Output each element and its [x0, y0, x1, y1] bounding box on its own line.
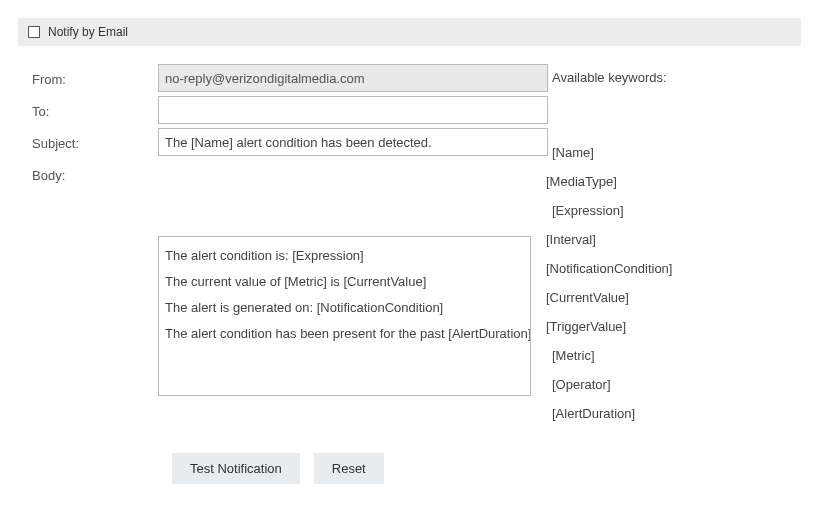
from-label: From:: [32, 70, 158, 102]
body-label: Body:: [32, 166, 158, 198]
body-line: The alert condition is: [Expression]: [165, 243, 524, 269]
subject-field[interactable]: The [Name] alert condition has been dete…: [158, 128, 548, 156]
keyword-item: [AlertDuration]: [552, 406, 672, 421]
test-notification-button[interactable]: Test Notification: [172, 453, 300, 484]
keyword-item: [MediaType]: [546, 174, 672, 189]
subject-value: The [Name] alert condition has been dete…: [165, 135, 432, 150]
notify-email-label: Notify by Email: [48, 25, 128, 39]
to-field[interactable]: [158, 96, 548, 124]
keyword-item: [Name]: [552, 145, 672, 160]
notify-header: Notify by Email: [18, 18, 801, 46]
body-textarea[interactable]: The alert condition is: [Expression] The…: [158, 236, 531, 396]
subject-label: Subject:: [32, 134, 158, 166]
keyword-item: [Metric]: [552, 348, 672, 363]
keyword-item: [NotificationCondition]: [546, 261, 672, 276]
keyword-item: [TriggerValue]: [546, 319, 672, 334]
keyword-item: [Expression]: [552, 203, 672, 218]
reset-button[interactable]: Reset: [314, 453, 384, 484]
available-keywords-heading: Available keywords:: [552, 70, 672, 85]
body-line: The alert condition has been present for…: [165, 321, 524, 347]
keyword-item: [Interval]: [546, 232, 672, 247]
to-label: To:: [32, 102, 158, 134]
from-field: no-reply@verizondigitalmedia.com: [158, 64, 548, 92]
body-line: The current value of [Metric] is [Curren…: [165, 269, 524, 295]
body-line: The alert is generated on: [Notification…: [165, 295, 524, 321]
notify-email-checkbox[interactable]: [28, 26, 40, 38]
keyword-item: [Operator]: [552, 377, 672, 392]
keyword-item: [CurrentValue]: [546, 290, 672, 305]
from-value: no-reply@verizondigitalmedia.com: [165, 71, 365, 86]
